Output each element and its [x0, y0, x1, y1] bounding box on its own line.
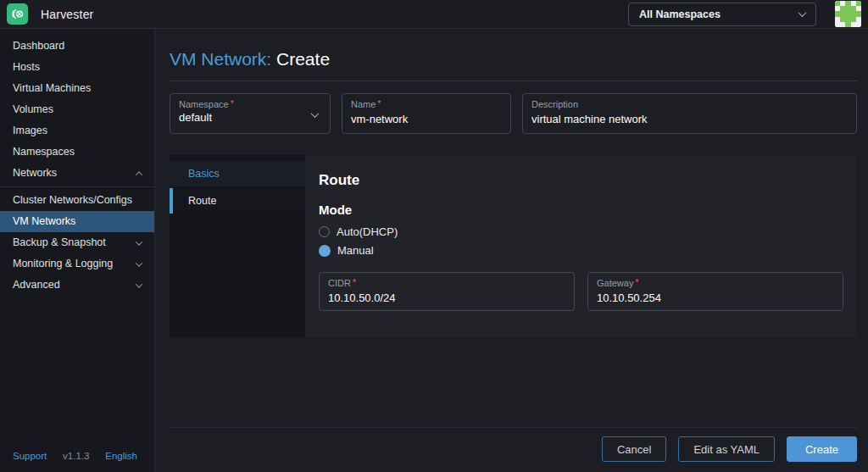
- gateway-label: Gateway*: [597, 278, 834, 288]
- tab-list: Basics Route: [170, 155, 305, 337]
- chevron-down-icon: [136, 280, 142, 287]
- sidebar-group-backup-snapshot[interactable]: Backup & Snapshot: [0, 232, 154, 253]
- route-tab-panel: Route Mode Auto(DHCP) Manual CIDR*: [305, 155, 857, 337]
- cidr-field: CIDR*: [319, 272, 575, 311]
- name-label: Name*: [351, 99, 502, 109]
- required-asterisk: *: [353, 278, 356, 287]
- edit-as-yaml-button[interactable]: Edit as YAML: [678, 436, 775, 462]
- required-asterisk: *: [377, 99, 381, 108]
- route-heading: Route: [319, 172, 843, 189]
- meta-fields-row: Namespace* default Name* Description: [170, 93, 857, 134]
- create-button[interactable]: Create: [787, 436, 857, 462]
- page-title-action: Create: [276, 49, 330, 69]
- chevron-down-icon: [136, 238, 142, 245]
- tabbed-section: Basics Route Route Mode Auto(DHCP) Manua…: [170, 155, 857, 337]
- description-label: Description: [531, 99, 848, 109]
- chevron-up-icon: [136, 171, 142, 178]
- sidebar-item-cluster-networks-configs[interactable]: Cluster Networks/Configs: [0, 190, 154, 211]
- top-header: Harvester All Namespaces: [0, 0, 868, 29]
- name-input[interactable]: [351, 113, 502, 125]
- tab-basics[interactable]: Basics: [170, 161, 305, 186]
- radio-unchecked-icon: [319, 226, 330, 237]
- page-title-resource: VM Network:: [170, 49, 271, 69]
- page-body: Dashboard Hosts Virtual Machines Volumes…: [0, 29, 868, 472]
- gateway-field: Gateway*: [587, 272, 843, 311]
- cidr-label: CIDR*: [328, 278, 565, 288]
- sidebar-item-hosts[interactable]: Hosts: [0, 57, 154, 78]
- chevron-down-icon: [136, 259, 142, 266]
- home-link[interactable]: Harvester: [7, 3, 93, 25]
- main-content: VM Network: Create Namespace* default Na…: [155, 29, 868, 472]
- avatar-identicon: [835, 1, 861, 27]
- sidebar-group-advanced[interactable]: Advanced: [0, 275, 154, 296]
- required-asterisk: *: [231, 99, 234, 108]
- sidebar-group-networks[interactable]: Networks: [0, 163, 154, 184]
- chevron-down-icon: [798, 8, 807, 17]
- sidebar-item-volumes[interactable]: Volumes: [0, 99, 154, 120]
- radio-option-manual[interactable]: Manual: [319, 244, 843, 257]
- mode-heading: Mode: [319, 203, 843, 217]
- radio-checked-icon: [319, 245, 331, 257]
- sidebar-item-vm-networks[interactable]: VM Networks: [0, 211, 154, 232]
- page-title: VM Network: Create: [170, 49, 857, 69]
- radio-label: Auto(DHCP): [337, 225, 398, 238]
- namespace-select[interactable]: Namespace* default: [170, 93, 331, 134]
- support-link[interactable]: Support: [13, 451, 47, 461]
- sidebar-item-virtual-machines[interactable]: Virtual Machines: [0, 78, 154, 99]
- divider: [0, 186, 154, 187]
- namespace-value: default: [179, 111, 321, 124]
- header-right: All Namespaces: [628, 1, 861, 27]
- app-window: Harvester All Namespaces Dashboard Hosts…: [0, 0, 868, 472]
- cancel-button[interactable]: Cancel: [602, 436, 666, 462]
- language-link[interactable]: English: [105, 451, 137, 461]
- action-bar: Cancel Edit as YAML Create: [170, 427, 857, 472]
- gateway-input[interactable]: [597, 292, 834, 304]
- harvester-logo-icon: [7, 3, 28, 25]
- version-label: v1.1.3: [63, 451, 89, 461]
- user-avatar[interactable]: [835, 1, 861, 27]
- sidebar-item-dashboard[interactable]: Dashboard: [0, 36, 154, 57]
- description-field: Description: [522, 93, 857, 134]
- namespace-filter-select[interactable]: All Namespaces: [628, 3, 816, 26]
- cidr-input[interactable]: [328, 292, 565, 304]
- divider: [170, 81, 857, 81]
- sidebar-item-images[interactable]: Images: [0, 120, 154, 142]
- sidebar-nav: Dashboard Hosts Virtual Machines Volumes…: [0, 29, 155, 472]
- tab-route[interactable]: Route: [170, 188, 305, 214]
- radio-label: Manual: [337, 244, 374, 257]
- name-field: Name*: [342, 93, 511, 134]
- sidebar-group-monitoring-logging[interactable]: Monitoring & Logging: [0, 253, 154, 275]
- radio-option-auto-dhcp[interactable]: Auto(DHCP): [319, 225, 843, 238]
- namespace-label: Namespace*: [179, 99, 321, 109]
- app-name: Harvester: [41, 8, 93, 21]
- route-fields-row: CIDR* Gateway*: [319, 272, 843, 311]
- description-input[interactable]: [531, 113, 848, 125]
- required-asterisk: *: [635, 278, 638, 287]
- sidebar-item-namespaces[interactable]: Namespaces: [0, 142, 154, 163]
- sidebar-footer: Support v1.1.3 English: [0, 451, 154, 472]
- namespace-filter-value: All Namespaces: [639, 8, 721, 20]
